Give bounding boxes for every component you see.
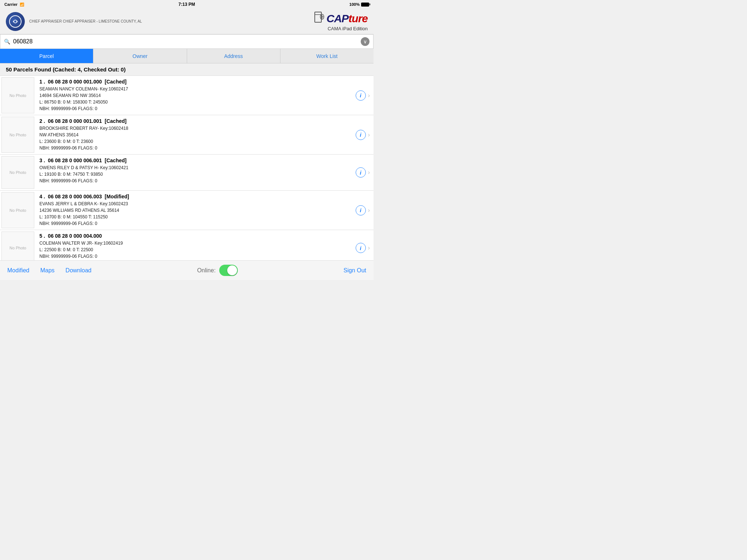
parcel-values-2: L: 23600 B: 0 M: 0 T: 23600 <box>39 138 352 145</box>
header: CHIEF APPRAISER CHIEF APPRAISER - LIMEST… <box>0 9 374 34</box>
parcel-actions-3: i › <box>356 155 374 190</box>
tab-parcel[interactable]: Parcel <box>0 49 93 63</box>
capture-logo: CAPture <box>314 12 368 26</box>
search-clear-button[interactable]: ∨ <box>361 37 369 46</box>
parcel-info-1: 1 . 06 08 28 0 000 001.000 [Cached] SEAM… <box>36 76 356 115</box>
results-summary: 50 Parcels Found (Cached: 4, Checked Out… <box>0 63 374 76</box>
parcel-actions-4: i › <box>356 191 374 230</box>
table-row[interactable]: No Photo 2 . 06 08 28 0 000 001.001 [Cac… <box>0 115 374 155</box>
download-button[interactable]: Download <box>66 267 92 274</box>
online-toggle-area: Online: <box>197 265 238 276</box>
bottom-left: Modified Maps Download <box>7 267 92 274</box>
parcel-photo-5: No Photo <box>1 232 34 260</box>
parcel-photo-2: No Photo <box>1 117 34 153</box>
main-content: CHIEF APPRAISER CHIEF APPRAISER - LIMEST… <box>0 9 374 280</box>
parcel-owner-4: EVANS JERRY L & DEBRA K- Key:10602423 <box>39 201 352 207</box>
wifi-icon: 📶 <box>20 3 24 7</box>
parcel-actions-5: i › <box>356 230 374 260</box>
maps-button[interactable]: Maps <box>40 267 54 274</box>
info-button-1[interactable]: i <box>356 90 366 101</box>
parcel-photo-1: No Photo <box>1 77 34 113</box>
parcel-title-4: 4 . 06 08 28 0 000 006.003 [Modified] <box>39 194 352 199</box>
parcel-values-1: L: 86750 B: 0 M: 158300 T: 245050 <box>39 99 352 105</box>
parcels-list: No Photo 1 . 06 08 28 0 000 001.000 [Cac… <box>0 76 374 260</box>
parcel-owner-1: SEAMAN NANCY COLEMAN- Key:10602417 <box>39 86 352 92</box>
parcel-address-2: NW ATHENS 35614 <box>39 132 352 138</box>
search-value[interactable]: 060828 <box>13 38 361 45</box>
status-bar: Carrier 📶 7:13 PM 100% <box>0 0 374 9</box>
time-label: 7:13 PM <box>178 2 195 7</box>
chevron-right-icon-5: › <box>368 245 370 251</box>
parcel-nbh-3: NBH: 99999999-06 FLAGS: 0 <box>39 178 352 184</box>
header-left: CHIEF APPRAISER CHIEF APPRAISER - LIMEST… <box>6 12 142 31</box>
parcel-info-4: 4 . 06 08 28 0 000 006.003 [Modified] EV… <box>36 191 356 230</box>
header-right: CAPture CAMA iPad Edition <box>314 12 368 31</box>
capture-device-icon <box>314 12 324 26</box>
parcel-photo-3: No Photo <box>1 156 34 189</box>
parcel-owner-2: BROOKSHIRE ROBERT RAY- Key:10602418 <box>39 125 352 132</box>
parcel-title-3: 3 . 06 08 28 0 000 006.001 [Cached] <box>39 158 352 163</box>
search-icon: 🔍 <box>4 39 10 44</box>
battery-percent: 100% <box>349 2 360 7</box>
parcel-owner-5: COLEMAN WALTER W JR- Key:10602419 <box>39 240 352 246</box>
tab-worklist[interactable]: Work List <box>280 49 374 63</box>
app-logo <box>6 12 25 31</box>
parcel-values-3: L: 19100 B: 0 M: 74750 T: 93850 <box>39 171 352 178</box>
modified-button[interactable]: Modified <box>7 267 29 274</box>
parcel-photo-4: No Photo <box>1 192 34 228</box>
header-subtitle: CHIEF APPRAISER CHIEF APPRAISER - LIMEST… <box>29 19 142 23</box>
bottom-toolbar: Modified Maps Download Online: Sign Out <box>0 260 374 280</box>
parcel-nbh-5: NBH: 99999999-06 FLAGS: 0 <box>39 253 352 260</box>
parcel-nbh-4: NBH: 99999999-06 FLAGS: 0 <box>39 220 352 227</box>
status-left: Carrier 📶 <box>4 2 24 7</box>
cama-subtitle: CAMA iPad Edition <box>314 26 368 31</box>
parcel-values-4: L: 10700 B: 0 M: 104550 T: 115250 <box>39 214 352 220</box>
chevron-right-icon-4: › <box>368 207 370 214</box>
table-row[interactable]: No Photo 4 . 06 08 28 0 000 006.003 [Mod… <box>0 191 374 230</box>
info-button-2[interactable]: i <box>356 130 366 140</box>
sign-out-button[interactable]: Sign Out <box>344 267 366 274</box>
parcel-nbh-1: NBH: 99999999-06 FLAGS: 0 <box>39 105 352 112</box>
parcel-values-5: L: 22500 B: 0 M: 0 T: 22500 <box>39 246 352 253</box>
info-button-4[interactable]: i <box>356 205 366 215</box>
status-right: 100% <box>349 2 369 7</box>
chevron-right-icon-1: › <box>368 92 370 99</box>
parcel-info-3: 3 . 06 08 28 0 000 006.001 [Cached] OWEN… <box>36 155 356 190</box>
carrier-label: Carrier <box>4 2 18 7</box>
info-button-3[interactable]: i <box>356 167 366 178</box>
chevron-right-icon-3: › <box>368 169 370 176</box>
table-row[interactable]: No Photo 3 . 06 08 28 0 000 006.001 [Cac… <box>0 155 374 191</box>
online-label: Online: <box>197 267 216 274</box>
tab-owner[interactable]: Owner <box>93 49 187 63</box>
parcel-title-2: 2 . 06 08 28 0 000 001.001 [Cached] <box>39 118 352 124</box>
online-toggle[interactable] <box>219 265 238 276</box>
info-button-5[interactable]: i <box>356 243 366 253</box>
toggle-knob <box>227 265 237 275</box>
parcel-actions-2: i › <box>356 115 374 154</box>
table-row[interactable]: No Photo 1 . 06 08 28 0 000 001.000 [Cac… <box>0 76 374 115</box>
parcel-info-5: 5 . 06 08 28 0 000 004.000 COLEMAN WALTE… <box>36 230 356 260</box>
tab-address[interactable]: Address <box>187 49 280 63</box>
battery-icon <box>361 3 369 7</box>
search-bar[interactable]: 🔍 060828 ∨ <box>0 34 374 49</box>
tab-bar: Parcel Owner Address Work List <box>0 49 374 63</box>
table-row[interactable]: No Photo 5 . 06 08 28 0 000 004.000 COLE… <box>0 230 374 260</box>
parcel-address-1: 14694 SEAMAN RD NW 35614 <box>39 92 352 99</box>
parcel-info-2: 2 . 06 08 28 0 000 001.001 [Cached] BROO… <box>36 115 356 154</box>
parcel-title-5: 5 . 06 08 28 0 000 004.000 <box>39 233 352 239</box>
chevron-right-icon-2: › <box>368 132 370 138</box>
parcel-owner-3: OWENS RILEY D & PATSY H- Key:10602421 <box>39 164 352 171</box>
svg-point-1 <box>14 20 17 23</box>
capture-text: CAPture <box>326 12 368 25</box>
parcel-actions-1: i › <box>356 76 374 115</box>
parcel-address-4: 14236 WILLIAMS RD ATHENS AL 35614 <box>39 207 352 214</box>
parcel-title-1: 1 . 06 08 28 0 000 001.000 [Cached] <box>39 79 352 85</box>
parcel-nbh-2: NBH: 99999999-06 FLAGS: 0 <box>39 145 352 151</box>
